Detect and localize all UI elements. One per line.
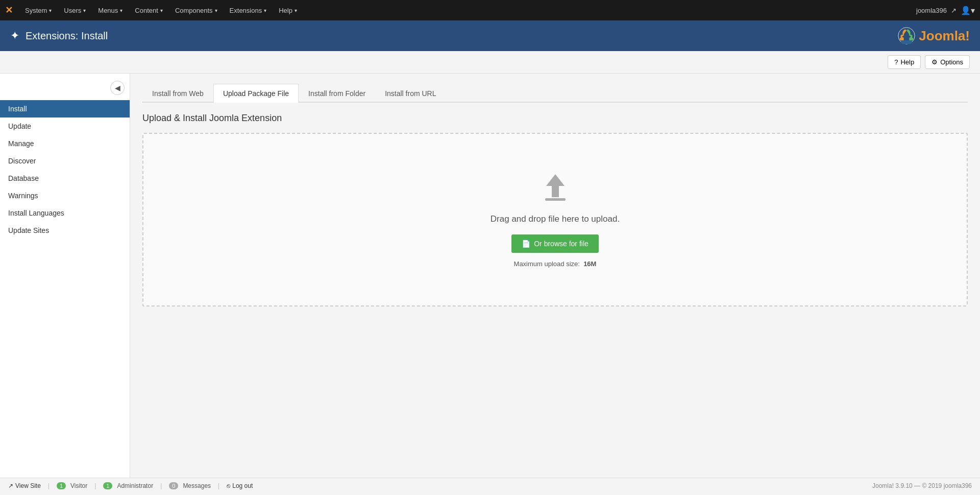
upload-arrow-icon bbox=[540, 172, 571, 202]
navbar-brand: ✕ bbox=[5, 5, 13, 16]
browse-file-icon: 📄 bbox=[522, 240, 530, 248]
extensions-icon: ✦ bbox=[10, 29, 19, 42]
nav-components[interactable]: Components ▾ bbox=[170, 0, 223, 20]
page-title: Extensions: Install bbox=[26, 30, 108, 42]
nav-system[interactable]: System ▾ bbox=[20, 0, 57, 20]
external-link-icon: ↗ bbox=[8, 482, 13, 489]
sidebar-toggle-area: ◀ bbox=[0, 79, 130, 100]
sidebar-item-install[interactable]: Install bbox=[0, 100, 130, 117]
visitor-badge: 1 bbox=[57, 482, 66, 489]
footer-right: Joomla! 3.9.10 — © 2019 joomla396 bbox=[872, 482, 972, 489]
footer-sep-4: | bbox=[218, 482, 219, 489]
joomla-x-icon: ✕ bbox=[5, 5, 13, 16]
menus-arrow-icon: ▾ bbox=[120, 8, 122, 13]
nav-users[interactable]: Users ▾ bbox=[59, 0, 91, 20]
tab-upload-package[interactable]: Upload Package File bbox=[213, 84, 299, 103]
content-area: Install from Web Upload Package File Ins… bbox=[130, 74, 980, 478]
content-arrow-icon: ▾ bbox=[160, 8, 163, 13]
help-button[interactable]: ? Help bbox=[888, 55, 921, 69]
navbar-external-icon: ↗ bbox=[951, 7, 957, 14]
svg-rect-2 bbox=[545, 198, 566, 201]
sidebar: ◀ Install Update Manage Discover Databas… bbox=[0, 74, 130, 478]
nav-help[interactable]: Help ▾ bbox=[274, 0, 302, 20]
tab-install-from-web[interactable]: Install from Web bbox=[142, 84, 213, 103]
help-icon: ? bbox=[894, 58, 898, 66]
svg-marker-1 bbox=[546, 174, 565, 197]
tab-install-from-folder[interactable]: Install from Folder bbox=[299, 84, 375, 103]
sidebar-item-install-languages[interactable]: Install Languages bbox=[0, 204, 130, 222]
system-arrow-icon: ▾ bbox=[49, 8, 52, 13]
nav-extensions[interactable]: Extensions ▾ bbox=[225, 0, 272, 20]
help-arrow-icon: ▾ bbox=[295, 8, 297, 13]
user-link[interactable]: joomla396 bbox=[916, 7, 947, 14]
toolbar: ? Help ⚙ Options bbox=[0, 51, 980, 74]
sidebar-item-update-sites[interactable]: Update Sites bbox=[0, 222, 130, 239]
upload-icon bbox=[540, 172, 571, 204]
sidebar-item-manage[interactable]: Manage bbox=[0, 135, 130, 152]
footer-sep-1: | bbox=[48, 482, 50, 489]
footer-left: ↗ View Site | 1 Visitor | 1 Administrato… bbox=[8, 482, 253, 489]
section-title: Upload & Install Joomla Extension bbox=[142, 113, 968, 124]
top-navbar: ✕ System ▾ Users ▾ Menus ▾ Content ▾ Com… bbox=[0, 0, 980, 20]
logout-icon: ⎋ bbox=[227, 482, 230, 489]
admin-badge: 1 bbox=[103, 482, 112, 489]
components-arrow-icon: ▾ bbox=[215, 8, 217, 13]
joomla-logo: Joomla! bbox=[897, 27, 970, 45]
extensions-arrow-icon: ▾ bbox=[264, 8, 266, 13]
options-gear-icon: ⚙ bbox=[932, 58, 938, 66]
tab-install-from-url[interactable]: Install from URL bbox=[375, 84, 446, 103]
page-header: ✦ Extensions: Install Joomla! bbox=[0, 20, 980, 51]
logout-link[interactable]: ⎋ Log out bbox=[227, 482, 253, 489]
joomla-logo-svg bbox=[897, 27, 916, 45]
navbar-right: joomla396 ↗ 👤▾ bbox=[916, 6, 975, 15]
footer-sep-2: | bbox=[94, 482, 96, 489]
sidebar-item-discover[interactable]: Discover bbox=[0, 152, 130, 170]
options-button[interactable]: ⚙ Options bbox=[925, 55, 970, 69]
drag-drop-text: Drag and drop file here to upload. bbox=[491, 214, 620, 224]
view-site-link[interactable]: ↗ View Site bbox=[8, 482, 41, 489]
sidebar-item-database[interactable]: Database bbox=[0, 170, 130, 187]
admin-label: Administrator bbox=[117, 482, 153, 489]
messages-label: Messages bbox=[183, 482, 211, 489]
nav-menus[interactable]: Menus ▾ bbox=[93, 0, 128, 20]
footer-sep-3: | bbox=[160, 482, 162, 489]
nav-content[interactable]: Content ▾ bbox=[130, 0, 168, 20]
users-arrow-icon: ▾ bbox=[83, 8, 86, 13]
main-layout: ◀ Install Update Manage Discover Databas… bbox=[0, 74, 980, 478]
upload-dropzone[interactable]: Drag and drop file here to upload. 📄 Or … bbox=[142, 133, 968, 307]
sidebar-item-update[interactable]: Update bbox=[0, 117, 130, 135]
sidebar-item-warnings[interactable]: Warnings bbox=[0, 187, 130, 204]
max-upload-size: Maximum upload size: 16M bbox=[514, 260, 597, 268]
footer-bar: ↗ View Site | 1 Visitor | 1 Administrato… bbox=[0, 478, 980, 493]
messages-badge: 0 bbox=[169, 482, 178, 489]
sidebar-toggle-button[interactable]: ◀ bbox=[110, 81, 125, 95]
browse-for-file-button[interactable]: 📄 Or browse for file bbox=[511, 234, 599, 253]
tab-bar: Install from Web Upload Package File Ins… bbox=[142, 84, 968, 103]
visitor-label: Visitor bbox=[70, 482, 87, 489]
user-dropdown-icon[interactable]: 👤▾ bbox=[961, 6, 975, 15]
joomla-logo-text: Joomla! bbox=[919, 28, 970, 44]
